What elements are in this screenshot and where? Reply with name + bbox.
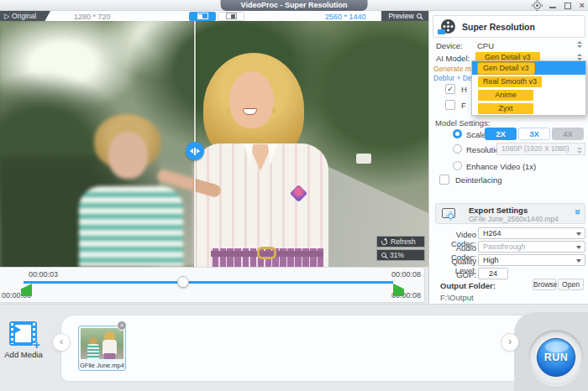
enhance-radio[interactable] xyxy=(453,161,462,170)
trim-handle-left[interactable] xyxy=(21,284,32,296)
dropdown-option-selected[interactable]: Gen Detail v3 xyxy=(472,61,585,75)
media-bar: RUN + Add Media ‹ GFile June.mp4 × › xyxy=(0,304,588,391)
timeline: 00:00:03 00:00:08 00:00:00 00:00:08 xyxy=(0,267,425,303)
audio-codec-select[interactable]: Passthrough xyxy=(478,241,585,253)
option-f-label: F xyxy=(461,101,466,110)
playhead-knob[interactable] xyxy=(177,276,189,288)
source-resolution: 1280 * 720 xyxy=(74,13,111,21)
scale-4x-button[interactable]: 4X xyxy=(552,128,584,140)
target-resolution: 2560 * 1440 xyxy=(325,13,366,21)
maximize-icon[interactable] xyxy=(564,3,571,9)
option-h-label: H xyxy=(461,85,467,94)
divider-right-arrow-icon xyxy=(197,149,200,154)
tab-original[interactable]: ▷ Original xyxy=(0,11,50,21)
dropdown-option[interactable]: Zyxt xyxy=(472,102,585,115)
scroll-right-button[interactable]: › xyxy=(501,333,519,352)
zoom-magnifier-icon xyxy=(381,253,386,258)
run-button-well: RUN xyxy=(528,330,584,385)
device-label: Device: xyxy=(436,41,463,50)
magnifier-icon xyxy=(417,13,422,18)
model-settings-label: Model Settings: xyxy=(435,118,490,128)
play-icon xyxy=(15,326,21,333)
export-settings-title: Export Settings xyxy=(469,206,528,215)
scale-3x-button[interactable]: 3X xyxy=(518,128,550,140)
resolution-radio[interactable] xyxy=(453,144,462,154)
resolution-stepper-icon xyxy=(577,147,582,154)
ai-model-dropdown: Gen Detail v3 Real Smooth v3 Anime Zyxt xyxy=(471,60,586,116)
film-reel-accent xyxy=(438,29,445,34)
window-title: VideoProc - Super Resolution xyxy=(221,0,368,11)
quality-level-select[interactable]: High xyxy=(478,254,585,266)
add-media-label: Add Media xyxy=(2,350,45,359)
option-h-checkbox[interactable]: ✓ xyxy=(445,84,455,94)
refresh-button[interactable]: Refresh xyxy=(376,236,425,248)
device-value[interactable]: CPU xyxy=(477,41,494,50)
settings-gear-icon[interactable] xyxy=(533,2,541,9)
video-preview-frame: Refresh 31% xyxy=(0,21,428,267)
single-view-toggle[interactable] xyxy=(218,12,244,21)
option-f-checkbox[interactable] xyxy=(445,100,455,110)
scale-radio[interactable] xyxy=(453,129,462,138)
close-icon[interactable]: × xyxy=(580,1,585,10)
split-view-icon xyxy=(197,13,208,19)
thumbnail-image xyxy=(81,328,123,359)
panel-header: Super Resolution xyxy=(433,15,585,38)
video-scene-enhanced xyxy=(195,21,428,267)
scale-label: Scale xyxy=(466,130,486,139)
timeline-track[interactable] xyxy=(24,281,393,284)
dropdown-option[interactable]: Real Smooth v3 xyxy=(472,75,585,88)
collapse-chevron-icon[interactable]: » xyxy=(572,209,584,214)
enhance-label: Enhance Video (1x) xyxy=(466,162,536,171)
single-view-icon xyxy=(226,13,237,19)
output-path: F:\Output xyxy=(440,293,474,302)
gop-input[interactable]: 24 xyxy=(478,268,508,279)
deinterlacing-label: Deinterlacing xyxy=(455,175,501,185)
run-shelf: RUN xyxy=(514,311,588,391)
remove-clip-icon[interactable]: × xyxy=(117,321,127,331)
ai-model-label: AI Model: xyxy=(436,54,470,63)
dropdown-option[interactable]: Anime xyxy=(472,88,585,102)
play-outline-icon: ▷ xyxy=(4,12,12,20)
add-media-icon[interactable]: + xyxy=(9,321,37,346)
boy-shirt xyxy=(79,186,183,267)
resolution-select[interactable]: 1080P (1920 X 1080) xyxy=(496,143,585,155)
output-folder-label: Output Folder: xyxy=(440,281,496,290)
trim-in-time: 00:00:03 xyxy=(29,270,58,279)
original-pane xyxy=(0,21,195,267)
deinterlacing-checkbox[interactable] xyxy=(439,175,449,185)
gop-label: GOP: xyxy=(429,270,476,279)
split-view-toggle-active[interactable] xyxy=(189,12,216,21)
export-filename: GFile June_2560x1440.mp4 xyxy=(469,215,559,223)
open-button[interactable]: Open xyxy=(558,279,584,290)
minimize-icon[interactable] xyxy=(549,7,556,8)
tab-original-label: Original xyxy=(12,12,36,20)
panel-title: Super Resolution xyxy=(462,22,535,32)
preview-button-label: Preview xyxy=(388,12,413,20)
refresh-icon xyxy=(381,238,388,246)
run-button-label: RUN xyxy=(544,352,569,363)
export-settings-header[interactable]: Export Settings GFile June_2560x1440.mp4… xyxy=(435,203,585,224)
trim-handle-right[interactable] xyxy=(393,284,404,296)
preview-button[interactable]: Preview xyxy=(381,11,428,21)
video-codec-select[interactable]: H264 xyxy=(478,227,585,239)
compare-divider-handle[interactable] xyxy=(186,142,204,160)
preview-toolbar: ▷ Original 1280 * 720 2560 * 1440 Previe… xyxy=(0,11,428,21)
scroll-left-button[interactable]: ‹ xyxy=(52,333,71,352)
video-scene-original xyxy=(0,21,195,267)
device-stepper-icon[interactable] xyxy=(577,41,582,48)
select-caret-icon xyxy=(576,232,581,236)
model-description-line2: Deblur + Den xyxy=(433,74,475,82)
zoom-level-value: 31% xyxy=(390,251,404,259)
select-caret-icon xyxy=(576,246,581,249)
run-button[interactable]: RUN xyxy=(537,338,575,377)
divider-left-arrow-icon xyxy=(190,149,193,154)
scale-2x-button[interactable]: 2X xyxy=(485,128,517,140)
boy-face xyxy=(108,132,148,179)
clip-name: GFile June.mp4 xyxy=(79,362,125,369)
super-resolution-panel: Super Resolution Device: CPU AI Model: G… xyxy=(428,11,588,304)
select-caret-icon xyxy=(576,259,581,263)
ai-model-stepper-icon[interactable] xyxy=(577,54,582,60)
zoom-level-badge[interactable]: 31% xyxy=(376,249,425,261)
media-thumbnail[interactable]: GFile June.mp4 xyxy=(78,326,126,371)
browse-button[interactable]: Browse xyxy=(533,279,556,290)
